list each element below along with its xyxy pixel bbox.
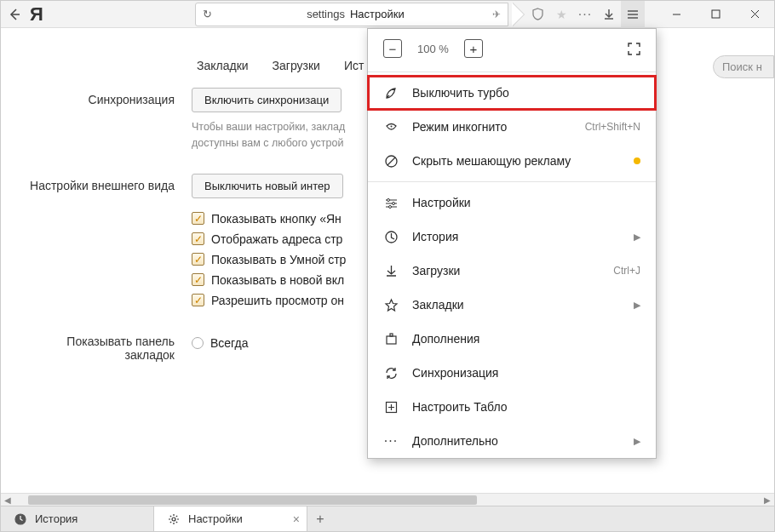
incognito-icon	[383, 119, 399, 134]
chk-label-3: Показывать в Умной стр	[211, 253, 346, 266]
tab-settings[interactable]: Настройки ×	[154, 506, 307, 531]
clock-icon	[14, 513, 26, 525]
chk-label-5: Разрешить просмотр он	[211, 294, 344, 307]
menu-item-bookmarks[interactable]: Закладки ▶	[368, 288, 656, 322]
chk-label-1: Показывать кнопку «Ян	[211, 212, 342, 226]
new-tab-button[interactable]: +	[307, 506, 333, 531]
bottom-tab-bar: История Настройки × +	[1, 506, 774, 531]
close-button[interactable]	[735, 1, 774, 28]
tableau-icon	[383, 399, 399, 415]
arrow-left-icon	[9, 9, 20, 20]
sync-icon	[383, 365, 399, 380]
horizontal-scrollbar[interactable]: ◀ ▶	[1, 493, 774, 506]
rocket-icon[interactable]: ✈	[492, 9, 501, 20]
disable-new-interface-button[interactable]: Выключить новый интер	[192, 174, 343, 198]
menu-item-tableau[interactable]: Настроить Табло	[368, 390, 656, 424]
shield-icon[interactable]	[525, 1, 549, 28]
zoom-out-button[interactable]: −	[383, 39, 402, 58]
downloads-icon[interactable]	[597, 1, 621, 28]
more-icon: ···	[383, 433, 399, 449]
chevron-right-icon: ▶	[634, 300, 640, 311]
svg-rect-8	[390, 334, 393, 336]
menu-item-more[interactable]: ··· Дополнительно ▶	[368, 424, 656, 458]
checkbox-1[interactable]: ✓	[192, 212, 204, 225]
back-button[interactable]	[1, 1, 28, 28]
svg-point-5	[388, 205, 391, 208]
window-controls	[657, 1, 774, 28]
address-host: settings	[307, 8, 345, 20]
history-icon	[383, 229, 399, 244]
radio-always[interactable]	[192, 337, 204, 349]
checkbox-2[interactable]: ✓	[192, 232, 204, 245]
section-label-appearance: Настройки внешнего вида	[21, 174, 192, 192]
sliders-icon	[383, 195, 399, 210]
zoom-value: 100 %	[417, 43, 449, 55]
addons-icon	[383, 331, 399, 346]
menu-item-turbo[interactable]: Выключить турбо	[368, 76, 656, 110]
main-menu-dropdown: − 100 % + Выключить турбо Режим инкогнит…	[367, 28, 657, 459]
checkbox-4[interactable]: ✓	[192, 273, 204, 286]
more-actions-icon[interactable]: ···	[573, 1, 597, 28]
download-icon	[383, 263, 399, 278]
enable-sync-button[interactable]: Включить синхронизаци	[192, 88, 342, 112]
status-dot-amber	[634, 157, 640, 164]
browser-toolbar: Я ↻ settings Настройки ✈ ★ ···	[1, 1, 774, 28]
svg-point-4	[392, 202, 394, 204]
nav-history[interactable]: Ист	[344, 59, 364, 72]
menu-item-downloads[interactable]: Загрузки Ctrl+J	[368, 254, 656, 288]
svg-point-1	[390, 125, 392, 127]
address-title: Настройки	[350, 8, 405, 20]
svg-point-11	[172, 518, 175, 521]
chevron-right-icon: ▶	[634, 436, 640, 447]
turbo-icon	[383, 85, 399, 100]
scroll-right-icon[interactable]: ▶	[761, 495, 774, 505]
menu-item-sync[interactable]: Синхронизация	[368, 356, 656, 390]
menu-item-settings[interactable]: Настройки	[368, 186, 656, 220]
checkbox-3[interactable]: ✓	[192, 253, 204, 266]
menu-button[interactable]	[621, 1, 645, 28]
svg-point-3	[387, 198, 389, 201]
menu-item-incognito[interactable]: Режим инкогнито Ctrl+Shift+N	[368, 110, 656, 144]
gear-icon	[168, 513, 180, 525]
bookmark-star-icon[interactable]: ★	[549, 1, 573, 28]
close-tab-icon[interactable]: ×	[293, 512, 300, 526]
menu-zoom-row: − 100 % +	[368, 29, 656, 68]
scroll-left-icon[interactable]: ◀	[1, 495, 14, 505]
radio-label-always: Всегда	[210, 336, 249, 350]
maximize-button[interactable]	[696, 1, 735, 28]
chk-label-4: Показывать в новой вкл	[211, 273, 344, 287]
menu-item-adblock[interactable]: Скрыть мешающую рекламу	[368, 144, 656, 178]
address-bar[interactable]: ↻ settings Настройки ✈	[195, 3, 508, 26]
address-bar-tail	[512, 3, 524, 26]
section-label-sync: Синхронизация	[21, 88, 192, 106]
menu-item-history[interactable]: История ▶	[368, 220, 656, 254]
zoom-in-button[interactable]: +	[464, 39, 483, 58]
chk-label-2: Отображать адреса стр	[211, 232, 342, 246]
page-actions: ★ ···	[525, 1, 645, 28]
chevron-right-icon: ▶	[634, 232, 640, 243]
svg-rect-7	[387, 336, 396, 344]
settings-search-input[interactable]: Поиск н	[713, 55, 774, 78]
no-ads-icon	[383, 153, 399, 169]
section-label-bookmarksbar: Показывать панель закладок	[21, 329, 192, 362]
nav-downloads[interactable]: Загрузки	[273, 59, 320, 72]
yandex-logo[interactable]: Я	[28, 3, 50, 26]
nav-bookmarks[interactable]: Закладки	[197, 59, 249, 72]
fullscreen-icon[interactable]	[628, 43, 640, 55]
minimize-button[interactable]	[657, 1, 696, 28]
tab-history[interactable]: История	[1, 506, 154, 531]
checkbox-5[interactable]: ✓	[192, 294, 204, 306]
reload-icon[interactable]: ↻	[203, 8, 219, 20]
svg-rect-0	[712, 10, 720, 18]
star-icon	[383, 297, 399, 312]
scrollbar-thumb[interactable]	[28, 495, 477, 505]
menu-item-addons[interactable]: Дополнения	[368, 322, 656, 356]
